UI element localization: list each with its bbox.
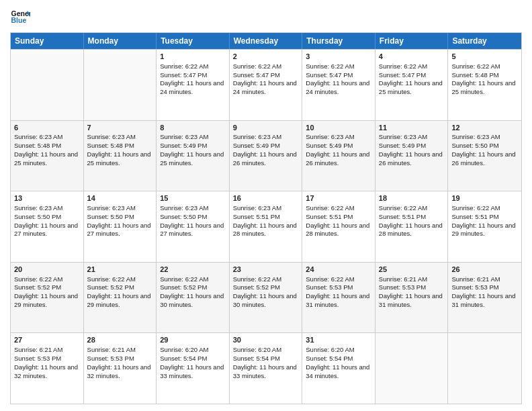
calendar-cell: 8Sunrise: 6:23 AMSunset: 5:49 PMDaylight… <box>157 121 230 191</box>
calendar-cell: 16Sunrise: 6:23 AMSunset: 5:51 PMDayligh… <box>230 191 303 262</box>
sunset-text: Sunset: 5:52 PM <box>160 283 226 292</box>
calendar-cell: 31Sunrise: 6:20 AMSunset: 5:54 PMDayligh… <box>302 333 375 404</box>
calendar-cell: 21Sunrise: 6:22 AMSunset: 5:52 PMDayligh… <box>84 263 157 333</box>
sunset-text: Sunset: 5:51 PM <box>379 213 445 222</box>
calendar-cell: 7Sunrise: 6:23 AMSunset: 5:48 PMDaylight… <box>84 121 157 191</box>
sunrise-text: Sunrise: 6:23 AM <box>87 204 153 213</box>
calendar-cell: 3Sunrise: 6:22 AMSunset: 5:47 PMDaylight… <box>302 50 375 120</box>
calendar-header-cell: Friday <box>375 33 449 49</box>
calendar-header-cell: Tuesday <box>157 33 230 49</box>
header: General Blue <box>10 7 522 27</box>
daylight-text: Daylight: 11 hours and 28 minutes. <box>306 222 371 239</box>
sunset-text: Sunset: 5:48 PM <box>14 142 80 150</box>
sunrise-text: Sunrise: 6:20 AM <box>160 346 226 355</box>
sunset-text: Sunset: 5:52 PM <box>87 283 153 292</box>
sunrise-text: Sunrise: 6:22 AM <box>160 62 226 71</box>
sunset-text: Sunset: 5:47 PM <box>306 71 371 80</box>
sunset-text: Sunset: 5:47 PM <box>160 71 226 80</box>
day-number: 23 <box>233 265 299 275</box>
calendar-cell: 13Sunrise: 6:23 AMSunset: 5:50 PMDayligh… <box>11 191 84 262</box>
day-number: 8 <box>160 123 226 133</box>
sunset-text: Sunset: 5:53 PM <box>379 283 445 292</box>
sunset-text: Sunset: 5:50 PM <box>451 142 518 150</box>
day-number: 24 <box>306 265 371 275</box>
sunrise-text: Sunrise: 6:21 AM <box>379 275 445 284</box>
day-number: 9 <box>233 123 299 133</box>
daylight-text: Daylight: 11 hours and 31 minutes. <box>379 292 445 310</box>
calendar-week: 6Sunrise: 6:23 AMSunset: 5:48 PMDaylight… <box>11 120 521 191</box>
calendar-cell: 2Sunrise: 6:22 AMSunset: 5:47 PMDaylight… <box>230 50 303 120</box>
calendar-header-cell: Wednesday <box>230 33 303 49</box>
calendar-cell: 26Sunrise: 6:21 AMSunset: 5:53 PMDayligh… <box>448 263 521 333</box>
calendar-header-cell: Sunday <box>11 33 84 49</box>
daylight-text: Daylight: 11 hours and 33 minutes. <box>233 363 299 381</box>
day-number: 2 <box>233 52 299 62</box>
day-number: 31 <box>306 335 371 345</box>
calendar-cell: 27Sunrise: 6:21 AMSunset: 5:53 PMDayligh… <box>11 333 84 404</box>
daylight-text: Daylight: 11 hours and 25 minutes. <box>451 79 518 97</box>
sunset-text: Sunset: 5:50 PM <box>160 213 226 222</box>
daylight-text: Daylight: 11 hours and 25 minutes. <box>160 150 226 168</box>
daylight-text: Daylight: 11 hours and 28 minutes. <box>233 222 299 239</box>
day-number: 11 <box>379 123 445 133</box>
day-number: 21 <box>87 265 153 275</box>
day-number: 15 <box>160 193 226 203</box>
daylight-text: Daylight: 11 hours and 29 minutes. <box>14 292 80 310</box>
calendar-cell <box>84 50 157 120</box>
day-number: 30 <box>233 335 299 345</box>
calendar-cell: 29Sunrise: 6:20 AMSunset: 5:54 PMDayligh… <box>157 333 230 404</box>
daylight-text: Daylight: 11 hours and 27 minutes. <box>14 222 80 239</box>
calendar-cell: 28Sunrise: 6:21 AMSunset: 5:53 PMDayligh… <box>84 333 157 404</box>
sunrise-text: Sunrise: 6:23 AM <box>451 133 518 142</box>
page: General Blue SundayMondayTuesdayWednesda… <box>0 0 532 411</box>
sunset-text: Sunset: 5:54 PM <box>233 355 299 363</box>
calendar-header-cell: Monday <box>84 33 157 49</box>
daylight-text: Daylight: 11 hours and 24 minutes. <box>306 79 371 97</box>
daylight-text: Daylight: 11 hours and 25 minutes. <box>87 150 153 168</box>
calendar-cell: 1Sunrise: 6:22 AMSunset: 5:47 PMDaylight… <box>157 50 230 120</box>
day-number: 12 <box>451 123 518 133</box>
day-number: 19 <box>451 193 518 203</box>
sunrise-text: Sunrise: 6:20 AM <box>306 346 371 355</box>
daylight-text: Daylight: 11 hours and 26 minutes. <box>306 150 371 168</box>
sunset-text: Sunset: 5:54 PM <box>306 355 371 363</box>
svg-text:Blue: Blue <box>11 16 27 24</box>
calendar-cell: 12Sunrise: 6:23 AMSunset: 5:50 PMDayligh… <box>448 121 521 191</box>
sunset-text: Sunset: 5:54 PM <box>160 355 226 363</box>
calendar-week: 1Sunrise: 6:22 AMSunset: 5:47 PMDaylight… <box>11 49 521 120</box>
day-number: 26 <box>451 265 518 275</box>
sunset-text: Sunset: 5:49 PM <box>233 142 299 150</box>
calendar-cell: 4Sunrise: 6:22 AMSunset: 5:47 PMDaylight… <box>375 50 449 120</box>
sunset-text: Sunset: 5:49 PM <box>160 142 226 150</box>
daylight-text: Daylight: 11 hours and 30 minutes. <box>233 292 299 310</box>
day-number: 10 <box>306 123 371 133</box>
daylight-text: Daylight: 11 hours and 25 minutes. <box>14 150 80 168</box>
calendar-cell <box>448 333 521 404</box>
sunset-text: Sunset: 5:53 PM <box>451 283 518 292</box>
sunset-text: Sunset: 5:51 PM <box>306 213 371 222</box>
sunrise-text: Sunrise: 6:21 AM <box>451 275 518 284</box>
sunrise-text: Sunrise: 6:22 AM <box>306 62 371 71</box>
calendar-cell <box>375 333 449 404</box>
calendar-body: 1Sunrise: 6:22 AMSunset: 5:47 PMDaylight… <box>11 49 521 404</box>
sunrise-text: Sunrise: 6:22 AM <box>233 62 299 71</box>
calendar-week: 27Sunrise: 6:21 AMSunset: 5:53 PMDayligh… <box>11 332 521 404</box>
sunrise-text: Sunrise: 6:23 AM <box>14 204 80 213</box>
calendar-cell <box>11 50 84 120</box>
sunrise-text: Sunrise: 6:23 AM <box>160 133 226 142</box>
sunrise-text: Sunrise: 6:23 AM <box>233 204 299 213</box>
calendar-cell: 20Sunrise: 6:22 AMSunset: 5:52 PMDayligh… <box>11 263 84 333</box>
sunrise-text: Sunrise: 6:23 AM <box>306 133 371 142</box>
calendar-cell: 9Sunrise: 6:23 AMSunset: 5:49 PMDaylight… <box>230 121 303 191</box>
day-number: 29 <box>160 335 226 345</box>
sunset-text: Sunset: 5:48 PM <box>451 71 518 80</box>
day-number: 4 <box>379 52 445 62</box>
day-number: 1 <box>160 52 226 62</box>
day-number: 16 <box>233 193 299 203</box>
sunrise-text: Sunrise: 6:23 AM <box>379 133 445 142</box>
daylight-text: Daylight: 11 hours and 26 minutes. <box>451 150 518 168</box>
daylight-text: Daylight: 11 hours and 33 minutes. <box>160 363 226 381</box>
sunset-text: Sunset: 5:49 PM <box>379 142 445 150</box>
sunset-text: Sunset: 5:48 PM <box>87 142 153 150</box>
daylight-text: Daylight: 11 hours and 32 minutes. <box>14 363 80 381</box>
